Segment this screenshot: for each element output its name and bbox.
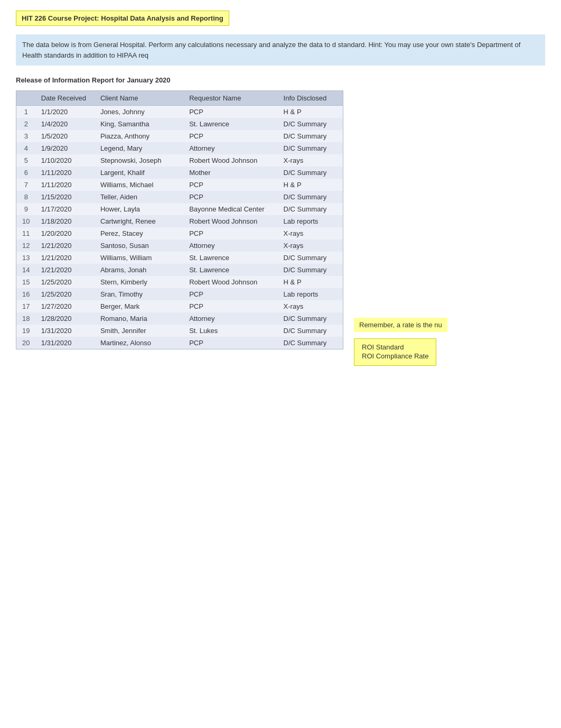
cell-requestor: PCP <box>184 300 278 312</box>
col-header-num <box>16 91 36 106</box>
cell-date: 1/5/2020 <box>36 130 95 142</box>
cell-num: 20 <box>16 337 36 349</box>
cell-date: 1/10/2020 <box>36 154 95 167</box>
cell-info: X-rays <box>278 154 343 167</box>
cell-date: 1/17/2020 <box>36 203 95 215</box>
cell-info: D/C Summary <box>278 167 343 179</box>
cell-client: Teller, Aiden <box>95 191 184 203</box>
cell-date: 1/21/2020 <box>36 252 95 264</box>
cell-client: Hower, Layla <box>95 203 184 215</box>
cell-client: Martinez, Alonso <box>95 337 184 349</box>
cell-client: King, Samantha <box>95 118 184 130</box>
right-panel: Remember, a rate is the nu ROI Standard … <box>354 318 512 366</box>
roi-table: Date Received Client Name Requestor Name… <box>16 91 343 349</box>
cell-date: 1/11/2020 <box>36 179 95 191</box>
cell-client: Legend, Mary <box>95 142 184 154</box>
col-header-client: Client Name <box>95 91 184 106</box>
cell-requestor: Robert Wood Johnson <box>184 154 278 167</box>
table-row: 4 1/9/2020 Legend, Mary Attorney D/C Sum… <box>16 142 343 154</box>
col-header-date: Date Received <box>36 91 95 106</box>
cell-info: X-rays <box>278 300 343 312</box>
cell-client: Sran, Timothy <box>95 288 184 300</box>
cell-num: 5 <box>16 154 36 167</box>
cell-num: 13 <box>16 252 36 264</box>
table-row: 14 1/21/2020 Abrams, Jonah St. Lawrence … <box>16 264 343 276</box>
table-row: 10 1/18/2020 Cartwright, Renee Robert Wo… <box>16 215 343 227</box>
cell-info: H & P <box>278 106 343 118</box>
cell-num: 8 <box>16 191 36 203</box>
cell-client: Williams, William <box>95 252 184 264</box>
cell-num: 18 <box>16 312 36 325</box>
table-row: 16 1/25/2020 Sran, Timothy PCP Lab repor… <box>16 288 343 300</box>
cell-client: Abrams, Jonah <box>95 264 184 276</box>
cell-date: 1/31/2020 <box>36 325 95 337</box>
cell-requestor: Attorney <box>184 312 278 325</box>
table-row: 6 1/11/2020 Largent, Khalif Mother D/C S… <box>16 167 343 179</box>
cell-client: Berger, Mark <box>95 300 184 312</box>
cell-date: 1/15/2020 <box>36 191 95 203</box>
cell-num: 4 <box>16 142 36 154</box>
cell-num: 11 <box>16 227 36 239</box>
table-row: 20 1/31/2020 Martinez, Alonso PCP D/C Su… <box>16 337 343 349</box>
cell-date: 1/11/2020 <box>36 167 95 179</box>
cell-requestor: PCP <box>184 337 278 349</box>
cell-num: 3 <box>16 130 36 142</box>
cell-info: D/C Summary <box>278 142 343 154</box>
cell-client: Largent, Khalif <box>95 167 184 179</box>
table-row: 3 1/5/2020 Piazza, Anthony PCP D/C Summa… <box>16 130 343 142</box>
table-row: 18 1/28/2020 Romano, Maria Attorney D/C … <box>16 312 343 325</box>
description-box: The data below is from General Hospital.… <box>16 34 545 66</box>
cell-requestor: PCP <box>184 106 278 118</box>
table-row: 12 1/21/2020 Santoso, Susan Attorney X-r… <box>16 239 343 252</box>
cell-info: Lab reports <box>278 288 343 300</box>
cell-num: 19 <box>16 325 36 337</box>
report-title: Release of Information Report for Januar… <box>16 76 545 84</box>
roi-box: ROI Standard ROI Compliance Rate <box>354 338 436 366</box>
title-box: HIT 226 Course Project: Hospital Data An… <box>16 11 229 26</box>
cell-date: 1/25/2020 <box>36 276 95 288</box>
cell-date: 1/21/2020 <box>36 264 95 276</box>
cell-requestor: Robert Wood Johnson <box>184 215 278 227</box>
description-text: The data below is from General Hospital.… <box>22 41 520 59</box>
cell-info: H & P <box>278 179 343 191</box>
cell-client: Santoso, Susan <box>95 239 184 252</box>
cell-requestor: Bayonne Medical Center <box>184 203 278 215</box>
table-row: 2 1/4/2020 King, Samantha St. Lawrence D… <box>16 118 343 130</box>
cell-info: X-rays <box>278 239 343 252</box>
cell-num: 2 <box>16 118 36 130</box>
cell-requestor: PCP <box>184 179 278 191</box>
cell-client: Jones, Johnny <box>95 106 184 118</box>
table-row: 9 1/17/2020 Hower, Layla Bayonne Medical… <box>16 203 343 215</box>
cell-date: 1/28/2020 <box>36 312 95 325</box>
cell-requestor: Attorney <box>184 239 278 252</box>
cell-info: D/C Summary <box>278 118 343 130</box>
table-row: 1 1/1/2020 Jones, Johnny PCP H & P <box>16 106 343 118</box>
table-row: 19 1/31/2020 Smith, Jennifer St. Lukes D… <box>16 325 343 337</box>
table-row: 15 1/25/2020 Stern, Kimberly Robert Wood… <box>16 276 343 288</box>
cell-info: H & P <box>278 276 343 288</box>
roi-standard-label: ROI Standard <box>362 343 428 351</box>
cell-requestor: St. Lawrence <box>184 264 278 276</box>
cell-requestor: Robert Wood Johnson <box>184 276 278 288</box>
cell-date: 1/18/2020 <box>36 215 95 227</box>
cell-requestor: St. Lukes <box>184 325 278 337</box>
cell-date: 1/9/2020 <box>36 142 95 154</box>
cell-date: 1/21/2020 <box>36 239 95 252</box>
cell-requestor: PCP <box>184 227 278 239</box>
cell-num: 17 <box>16 300 36 312</box>
cell-requestor: St. Lawrence <box>184 252 278 264</box>
cell-info: D/C Summary <box>278 252 343 264</box>
cell-info: D/C Summary <box>278 130 343 142</box>
table-row: 13 1/21/2020 Williams, William St. Lawre… <box>16 252 343 264</box>
cell-requestor: St. Lawrence <box>184 118 278 130</box>
cell-num: 12 <box>16 239 36 252</box>
cell-requestor: Attorney <box>184 142 278 154</box>
cell-info: D/C Summary <box>278 191 343 203</box>
remember-box: Remember, a rate is the nu <box>354 318 447 332</box>
cell-client: Piazza, Anthony <box>95 130 184 142</box>
table-row: 7 1/11/2020 Williams, Michael PCP H & P <box>16 179 343 191</box>
cell-num: 9 <box>16 203 36 215</box>
cell-num: 10 <box>16 215 36 227</box>
roi-compliance-label: ROI Compliance Rate <box>362 352 428 360</box>
cell-num: 16 <box>16 288 36 300</box>
